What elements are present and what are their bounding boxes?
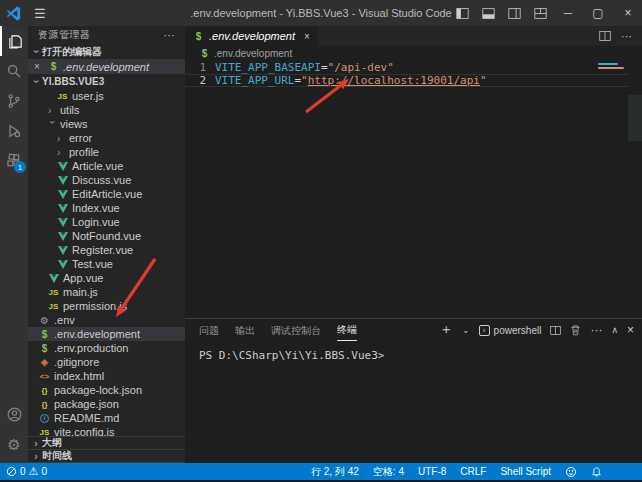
indentation[interactable]: 空格: 4 <box>373 465 404 479</box>
errors-icon <box>6 466 17 477</box>
tree-item-.gitignore[interactable]: ◆.gitignore <box>28 355 185 369</box>
tree-item-label: EditArticle.vue <box>72 188 142 200</box>
close-panel-icon[interactable]: × <box>627 323 634 337</box>
js-file-icon: JS <box>48 302 59 311</box>
tree-item-error[interactable]: ›error <box>28 131 185 145</box>
extensions-icon[interactable]: 1 <box>0 146 28 176</box>
minimize-button[interactable]: ─ <box>554 1 582 25</box>
tree-item-Discuss.vue[interactable]: Discuss.vue <box>28 173 185 187</box>
code-editor[interactable]: 1VITE_APP_BASEAPI="/api-dev"2VITE_APP_UR… <box>185 61 642 318</box>
tree-item-index.html[interactable]: <>index.html <box>28 369 185 383</box>
maximize-panel-icon[interactable]: ∧ <box>611 325 618 335</box>
problems-status[interactable]: 0 ⚠ 0 <box>6 465 47 478</box>
toggle-panel-icon[interactable] <box>476 2 500 24</box>
status-bar: 0 ⚠ 0 行 2, 列 42 空格: 4 UTF-8 CRLF Shell S… <box>0 463 642 480</box>
open-editor-item[interactable]: × $ .env.development <box>28 59 185 74</box>
tree-item-.env.development[interactable]: $.env.development <box>28 327 185 341</box>
tree-item-Index.vue[interactable]: Index.vue <box>28 201 185 215</box>
panel-more-actions-icon[interactable]: ··· <box>590 323 602 337</box>
tree-item-label: Index.vue <box>72 202 120 214</box>
split-terminal-icon[interactable] <box>550 325 561 336</box>
minimap[interactable] <box>598 61 628 121</box>
editor-tab-bar: $ .env.development × ··· <box>185 26 642 46</box>
panel-tab-问题[interactable]: 问题 <box>199 320 219 341</box>
tree-item-label: package-lock.json <box>54 384 142 396</box>
customize-layout-icon[interactable] <box>528 2 552 24</box>
project-root-header[interactable]: › YI.BBS.VUE3 <box>28 74 185 89</box>
open-editors-header[interactable]: › 打开的编辑器 <box>28 44 185 59</box>
feedback-icon[interactable] <box>565 466 577 478</box>
tree-item-EditArticle.vue[interactable]: EditArticle.vue <box>28 187 185 201</box>
tree-item-.env.production[interactable]: $.env.production <box>28 341 185 355</box>
code-lines: 1VITE_APP_BASEAPI="/api-dev"2VITE_APP_UR… <box>185 61 642 87</box>
vue-file-icon <box>57 218 68 227</box>
explorer-actions-icon[interactable]: ··· <box>164 30 176 41</box>
code-line-1[interactable]: 1VITE_APP_BASEAPI="/api-dev" <box>185 61 642 74</box>
panel-tab-输出[interactable]: 输出 <box>235 320 255 341</box>
tree-item-vite.config.js[interactable]: JSvite.config.js <box>28 425 185 436</box>
panel-tab-调试控制台[interactable]: 调试控制台 <box>271 320 321 341</box>
kill-terminal-trash-icon[interactable] <box>570 324 581 336</box>
shell-file-icon: $ <box>48 61 59 72</box>
tree-item-Article.vue[interactable]: Article.vue <box>28 159 185 173</box>
gear-file-icon: ⚙ <box>39 315 50 326</box>
vue-file-icon <box>58 260 68 269</box>
panel-tab-终端[interactable]: 终端 <box>337 319 357 341</box>
cursor-position[interactable]: 行 2, 列 42 <box>311 465 359 479</box>
terminal-dropdown-icon[interactable]: ⌄ <box>462 325 470 335</box>
language-mode[interactable]: Shell Script <box>500 466 551 477</box>
tree-item-App.vue[interactable]: App.vue <box>28 271 185 285</box>
notifications-bell-icon[interactable] <box>591 466 602 478</box>
split-editor-icon[interactable] <box>599 30 611 42</box>
vue-file-icon <box>58 190 68 199</box>
source-control-icon[interactable] <box>0 86 28 116</box>
maximize-button[interactable]: ▢ <box>584 1 612 25</box>
close-icon[interactable]: × <box>34 61 44 72</box>
tree-item-views[interactable]: ›views <box>28 117 185 131</box>
editor-scrollbar[interactable] <box>628 61 642 318</box>
close-button[interactable]: × <box>614 1 642 25</box>
menu-hamburger-icon[interactable]: ☰ <box>26 6 54 21</box>
chevron-down-icon: › <box>47 120 58 128</box>
code-line-2[interactable]: 2VITE_APP_URL="http://localhost:19001/ap… <box>185 74 642 87</box>
tree-item-Register.vue[interactable]: Register.vue <box>28 243 185 257</box>
token-string: " <box>480 74 487 87</box>
toggle-secondary-sidebar-icon[interactable] <box>502 2 526 24</box>
run-debug-icon[interactable] <box>0 116 28 146</box>
tree-item-Test.vue[interactable]: Test.vue <box>28 257 185 271</box>
panel-tabs: 问题输出调试控制台终端 <box>199 319 373 341</box>
tree-item-main.js[interactable]: JSmain.js <box>28 285 185 299</box>
tree-item-label: main.js <box>63 286 98 298</box>
token-operator: = <box>294 74 301 87</box>
eol-sequence[interactable]: CRLF <box>460 466 486 477</box>
toggle-sidebar-icon[interactable] <box>450 2 474 24</box>
tree-item-README.md[interactable]: iREADME.md <box>28 411 185 425</box>
encoding[interactable]: UTF-8 <box>418 466 446 477</box>
terminal-instance[interactable]: › powershell <box>479 325 542 336</box>
settings-gear-icon[interactable]: ⚙ <box>0 429 28 459</box>
search-icon[interactable] <box>0 56 28 86</box>
tree-item-profile[interactable]: ›profile <box>28 145 185 159</box>
breadcrumb[interactable]: $ .env.development <box>185 46 642 61</box>
tree-item-user.js[interactable]: JSuser.js <box>28 89 185 103</box>
tree-item-package.json[interactable]: {}package.json <box>28 397 185 411</box>
tree-item-package-lock.json[interactable]: {}package-lock.json <box>28 383 185 397</box>
new-terminal-icon[interactable]: ＋ <box>439 321 453 339</box>
tree-item-NotFound.vue[interactable]: NotFound.vue <box>28 229 185 243</box>
tab-env-development[interactable]: $ .env.development × <box>185 26 318 46</box>
editor-more-actions-icon[interactable]: ··· <box>621 30 632 42</box>
vue-file-icon <box>57 204 68 213</box>
tree-item-utils[interactable]: ›utils <box>28 103 185 117</box>
tree-item-label: permission.js <box>63 300 127 312</box>
activity-bar: 1 ⚙ <box>0 26 28 463</box>
tree-item-Login.vue[interactable]: Login.vue <box>28 215 185 229</box>
vscode-logo-icon <box>0 6 26 21</box>
explorer-icon[interactable] <box>0 26 28 56</box>
terminal-output[interactable]: PS D:\CSharp\Yi\Yi.BBS.Vue3> <box>185 341 642 362</box>
tab-close-icon[interactable]: × <box>304 31 310 42</box>
tree-item-.env[interactable]: ⚙.env <box>28 313 185 327</box>
timeline-section-header[interactable]: › 时间线 <box>28 450 185 463</box>
status-right-items: 行 2, 列 42 空格: 4 UTF-8 CRLF Shell Script <box>311 465 636 479</box>
account-icon[interactable] <box>0 399 28 429</box>
tree-item-permission.js[interactable]: JSpermission.js <box>28 299 185 313</box>
